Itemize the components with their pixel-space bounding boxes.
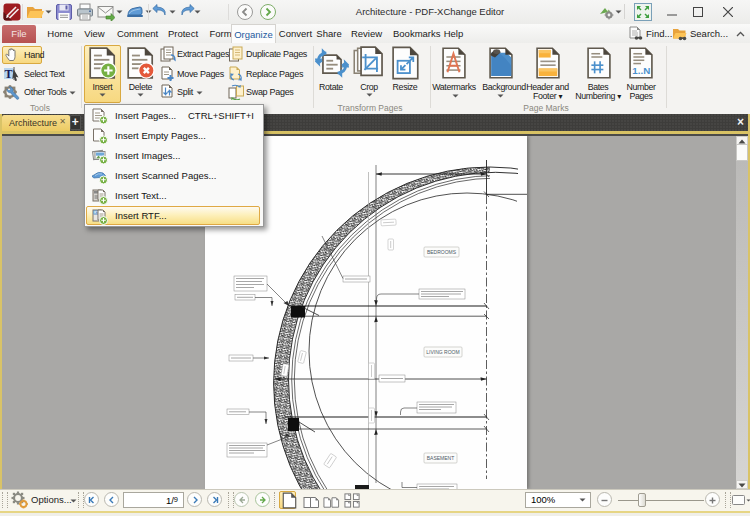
svg-text:T: T	[4, 67, 12, 81]
svg-text:BEDROOMS: BEDROOMS	[427, 249, 457, 255]
svg-text:BASEMENT: BASEMENT	[427, 455, 455, 461]
svg-text:LIVING ROOM: LIVING ROOM	[426, 349, 459, 355]
svg-text:1..N: 1..N	[632, 65, 650, 76]
